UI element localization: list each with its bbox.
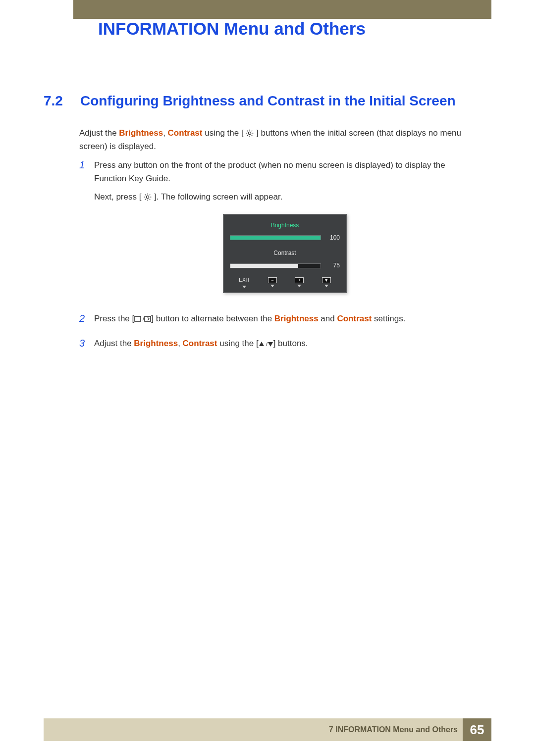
header-notch	[44, 0, 73, 28]
step-1-next-post: ]. The following screen will appear.	[152, 192, 282, 202]
osd-brightness-bar	[230, 235, 321, 240]
intro-paragraph: Adjust the Brightness, Contrast using th…	[79, 126, 476, 160]
footer-page-number: 65	[463, 718, 491, 741]
sun-icon	[246, 128, 254, 138]
svg-rect-18	[135, 316, 141, 321]
manual-page: INFORMATION Menu and Others 7.2 Configur…	[0, 0, 535, 756]
down-icon: ▼	[322, 277, 331, 283]
svg-line-16	[145, 199, 146, 200]
osd-brightness-fill	[230, 236, 321, 240]
intro-text: using the [	[202, 128, 246, 138]
osd-screenshot: Brightness 100 Contrast 75 EXIT −	[94, 214, 476, 294]
svg-line-6	[252, 135, 252, 136]
keyword-brightness: Brightness	[274, 314, 319, 323]
step-number: 3	[79, 337, 94, 355]
step-2: 2 Press the [/] button to alternate betw…	[79, 312, 476, 330]
keyword-brightness: Brightness	[119, 128, 163, 138]
osd-key-minus: −	[268, 277, 277, 287]
svg-marker-21	[259, 342, 264, 346]
osd-key-exit: EXIT	[239, 276, 250, 288]
osd-contrast-label: Contrast	[230, 249, 340, 258]
arrow-down-icon	[270, 285, 274, 287]
svg-line-14	[145, 195, 146, 195]
osd-key-down: ▼	[322, 277, 331, 287]
step-1: 1 Press any button on the front of the p…	[79, 158, 476, 306]
section-number: 7.2	[44, 93, 63, 109]
arrow-down-icon	[297, 285, 301, 287]
osd-contrast-bar	[230, 263, 321, 268]
footer-bar: 7 INFORMATION Menu and Others 65	[44, 718, 491, 741]
keyword-contrast: Contrast	[168, 128, 203, 138]
plus-icon: +	[295, 277, 304, 283]
step-1-text: Press any button on the front of the pro…	[94, 158, 476, 185]
step-2-text: and	[319, 314, 337, 323]
step-2-text: ] button to alternate between the	[151, 314, 274, 323]
svg-line-15	[150, 199, 150, 200]
svg-marker-23	[268, 342, 273, 347]
step-3: 3 Adjust the Brightness, Contrast using …	[79, 337, 476, 355]
osd-brightness-value: 100	[326, 233, 340, 243]
keyword-brightness: Brightness	[134, 339, 178, 348]
source-switch-icon: /	[134, 314, 151, 323]
footer-text: 7 INFORMATION Menu and Others	[329, 725, 458, 734]
osd-key-plus: +	[295, 277, 304, 287]
keyword-contrast: Contrast	[337, 314, 372, 323]
osd-key-row: EXIT − + ▼	[230, 276, 340, 288]
step-3-text: ,	[178, 339, 182, 348]
svg-point-9	[146, 196, 149, 199]
section-title: Configuring Brightness and Contrast in t…	[80, 93, 456, 109]
svg-line-7	[247, 135, 248, 136]
arrow-down-icon	[242, 286, 246, 288]
osd-contrast-fill	[230, 264, 298, 268]
step-3-text: ] buttons.	[273, 339, 308, 348]
sun-icon	[144, 192, 152, 202]
svg-rect-20	[145, 316, 151, 321]
step-3-text: using the [	[217, 339, 258, 348]
step-3-text: Adjust the	[94, 339, 134, 348]
step-2-text: settings.	[372, 314, 405, 323]
svg-line-17	[150, 195, 150, 195]
svg-line-5	[247, 131, 248, 131]
svg-text:/: /	[266, 341, 268, 347]
header-ribbon	[44, 0, 491, 19]
step-2-text: Press the [	[94, 314, 134, 323]
chapter-title: INFORMATION Menu and Others	[98, 19, 366, 39]
arrow-down-icon	[324, 285, 328, 287]
keyword-contrast: Contrast	[183, 339, 217, 348]
step-number: 2	[79, 312, 94, 330]
minus-icon: −	[268, 277, 277, 283]
osd-contrast-value: 75	[326, 261, 340, 270]
svg-point-0	[249, 132, 251, 134]
osd-exit-label: EXIT	[239, 276, 250, 284]
osd-contrast-row: 75	[230, 261, 340, 270]
step-list: 1 Press any button on the front of the p…	[79, 158, 476, 361]
svg-line-8	[252, 131, 252, 131]
osd-panel: Brightness 100 Contrast 75 EXIT −	[223, 214, 347, 294]
step-1-next-pre: Next, press [	[94, 192, 144, 202]
osd-brightness-row: 100	[230, 233, 340, 243]
intro-text: ,	[163, 128, 167, 138]
step-number: 1	[79, 158, 94, 306]
intro-text: Adjust the	[79, 128, 119, 138]
up-down-triangle-icon: /	[259, 339, 273, 348]
osd-brightness-label: Brightness	[230, 221, 340, 230]
